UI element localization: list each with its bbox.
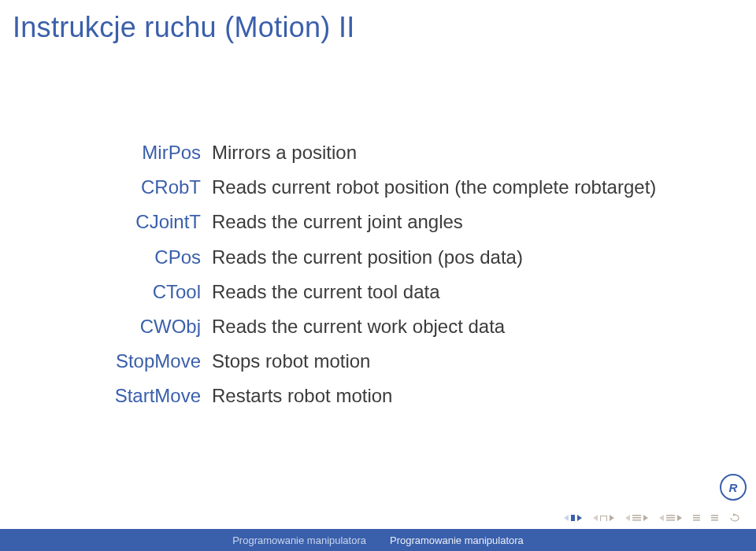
slide-title: Instrukcje ruchu (Motion) II [13, 11, 355, 44]
list-item: CRobT Reads current robot position (the … [55, 172, 709, 202]
nav-controls [564, 513, 742, 523]
term: CPos [55, 242, 212, 272]
list-item: CWObj Reads the current work object data [55, 312, 709, 341]
university-logo: R [720, 474, 747, 501]
term: MirPos [55, 138, 212, 167]
nav-back-section-icon[interactable] [625, 515, 648, 521]
nav-outline2-icon[interactable] [711, 515, 718, 521]
footer-text: Programowanie manipulatora Programowanie… [232, 534, 524, 546]
list-item: StartMove Restarts robot motion [55, 381, 709, 410]
term: StopMove [55, 346, 212, 375]
term: CWObj [55, 312, 212, 341]
footer-right: Programowanie manipulatora [390, 534, 524, 546]
description: Mirrors a position [212, 138, 709, 167]
nav-outline-icon[interactable] [693, 515, 700, 521]
description: Reads current robot position (the comple… [212, 172, 709, 202]
term: CTool [55, 277, 212, 306]
description: Reads the current joint angles [212, 207, 709, 236]
list-item: CPos Reads the current position (pos dat… [55, 242, 709, 272]
description: Stops robot motion [212, 346, 709, 375]
nav-fwd-section-icon[interactable] [659, 515, 682, 521]
list-item: MirPos Mirrors a position [55, 138, 709, 167]
list-item: CTool Reads the current tool data [55, 277, 709, 306]
description: Restarts robot motion [212, 381, 709, 410]
footer-bar: Programowanie manipulatora Programowanie… [0, 529, 756, 551]
nav-replay-icon[interactable] [729, 513, 742, 523]
nav-prev-icon[interactable] [593, 515, 614, 521]
list-item: CJointT Reads the current joint angles [55, 207, 709, 236]
description: Reads the current work object data [212, 312, 709, 341]
list-item: StopMove Stops robot motion [55, 346, 709, 375]
term: CJointT [55, 207, 212, 236]
logo-letter: R [729, 481, 738, 494]
definition-list: MirPos Mirrors a position CRobT Reads cu… [55, 138, 709, 416]
description: Reads the current position (pos data) [212, 242, 709, 272]
nav-first-icon[interactable] [564, 515, 582, 521]
term: StartMove [55, 381, 212, 410]
term: CRobT [55, 172, 212, 202]
footer-left: Programowanie manipulatora [232, 534, 366, 546]
slide: Instrukcje ruchu (Motion) II MirPos Mirr… [0, 0, 756, 551]
description: Reads the current tool data [212, 277, 709, 306]
